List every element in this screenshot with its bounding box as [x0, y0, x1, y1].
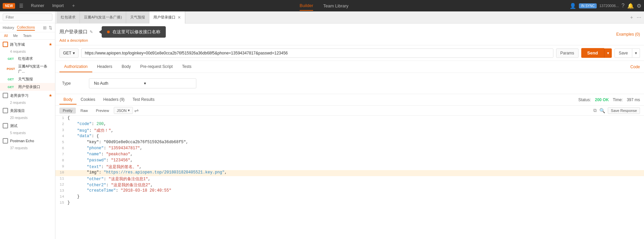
add-description-link[interactable]: Add a description [59, 38, 166, 42]
method-value: GET [63, 51, 71, 55]
add-collection-icon[interactable]: ⊞ [43, 25, 47, 30]
more-tabs-button[interactable]: ⋯ [637, 15, 641, 20]
tab-denglu[interactable]: 用户登录接口 ✕ [149, 11, 185, 24]
send-dropdown-button[interactable]: ▾ [604, 48, 612, 58]
copy-icon[interactable]: ⧉ [593, 108, 597, 113]
collections-tab[interactable]: Collections [17, 25, 35, 31]
preview-button[interactable]: Preview [93, 108, 112, 114]
line-number: 8 [55, 158, 67, 164]
search-input[interactable] [3, 13, 52, 21]
save-button[interactable]: Save [614, 48, 632, 58]
method-select[interactable]: GET ▾ [59, 48, 79, 58]
request-item-douban[interactable]: POST 豆瓣API(发送一条广... [0, 63, 55, 75]
user-circle-icon[interactable]: 👤 [569, 3, 576, 9]
resp-tab-headers[interactable]: Headers (9) [99, 95, 129, 105]
plus-icon-button[interactable]: ＋ [68, 1, 79, 10]
line-number: 7 [55, 152, 67, 158]
collection-item-lufeichengjie[interactable]: 路飞学城 ★ [0, 40, 55, 49]
add-tab-button[interactable]: ＋ [629, 14, 634, 21]
raw-button[interactable]: Raw [77, 108, 91, 114]
request-item-hongbaoshenqing[interactable]: GET 红包请求 [0, 55, 55, 63]
line-content: "img": "https://res.apiopen.top/20180318… [67, 170, 644, 176]
params-button[interactable]: Params [556, 48, 579, 58]
code-link[interactable]: Code [630, 65, 640, 69]
save-response-button[interactable]: Save Response [608, 107, 640, 114]
bell-icon[interactable]: 🔔 [627, 3, 634, 9]
tooltip-dot [107, 31, 110, 33]
line-content: "phone": "13594347817", [67, 146, 644, 152]
collection-item-postman-echo[interactable]: Postman Echo [0, 136, 55, 146]
builder-tab[interactable]: Builder [300, 1, 313, 11]
pretty-button[interactable]: Pretty [59, 108, 76, 114]
edit-icon[interactable]: ✎ [90, 30, 93, 34]
user-id: 13720006... [599, 4, 619, 8]
request-header: 用户登录接口 ✎ 在这里可以修改接口名称 Add a description E… [55, 24, 644, 45]
headers-tab[interactable]: Headers [92, 62, 117, 72]
code-line: 1{ [55, 116, 644, 122]
filter-me-button[interactable]: Me [12, 34, 19, 38]
request-item-denglu[interactable]: GET 用户登录接口 [0, 83, 55, 91]
method-dropdown-icon: ▾ [73, 51, 75, 55]
collection-item-laonanohai[interactable]: 老男孩学习 ★ [0, 91, 55, 100]
method-badge-get: GET [5, 77, 16, 81]
filter-team-button[interactable]: Team [22, 34, 33, 38]
team-library-tab[interactable]: Team Library [323, 1, 348, 10]
top-bar: NEW ☰ Runner Import ＋ Builder Team Libra… [0, 0, 644, 11]
new-button[interactable]: NEW [3, 3, 15, 9]
collection-item-meiguo[interactable]: 美国项目 [0, 106, 55, 115]
line-content: "key": "00d91e8e0cca2b76f515926a36db68f5… [67, 140, 644, 146]
sidebar-tabs: History Collections ⊞ ⇅ [0, 23, 55, 32]
tabs-bar: 红包请求 豆瓣API(发送一条广播) 天气预报 用户登录接口 ✕ ＋ ⋯ [55, 11, 644, 24]
line-content: } [67, 194, 644, 200]
endpoint-name-row: 用户登录接口 ✎ 在这里可以修改接口名称 [59, 26, 166, 38]
tab-tianqi[interactable]: 天气预报 [126, 11, 149, 24]
search-icon[interactable]: 🔍 [599, 108, 605, 113]
resp-actions: ⧉ 🔍 Save Response [593, 107, 640, 114]
settings-icon[interactable]: ⚙ [637, 3, 641, 9]
collection-name: 路飞学城 [10, 42, 47, 47]
tab-douban[interactable]: 豆瓣API(发送一条广播) [80, 11, 126, 24]
line-content: "code": 200, [67, 122, 644, 128]
line-content: "createTime": "2018-03-18 20:40:55" [67, 188, 644, 194]
collection-name: 老男孩学习 [10, 93, 47, 98]
line-content: "passwd": "123456", [67, 158, 644, 164]
request-item-tianqi[interactable]: GET 天气预报 [0, 75, 55, 83]
auth-tab[interactable]: Authorization [59, 62, 92, 72]
history-tab[interactable]: History [3, 25, 14, 30]
line-number: 9 [55, 164, 67, 170]
resp-tab-cookies[interactable]: Cookies [77, 95, 99, 105]
url-input[interactable] [81, 48, 553, 58]
examples-link[interactable]: Examples (0) [616, 32, 640, 37]
status-value: 200 OK [595, 97, 609, 102]
time-label: Time: [613, 97, 623, 102]
tests-tab[interactable]: Tests [177, 62, 196, 72]
code-line: 10 "img": "https://res.apiopen.top/20180… [55, 170, 644, 176]
request-name: 用户登录接口 [18, 84, 40, 89]
line-content: "msg": "成功！", [67, 128, 644, 134]
send-button[interactable]: Send [581, 48, 604, 58]
tab-close-icon[interactable]: ✕ [178, 15, 181, 20]
format-type-select[interactable]: JSON ▾ [114, 107, 133, 114]
method-badge-get: GET [5, 85, 16, 89]
tab-hongbao[interactable]: 红包请求 [57, 11, 80, 24]
body-tab[interactable]: Body [117, 62, 135, 72]
prerequest-tab[interactable]: Pre-request Script [136, 62, 178, 72]
wrap-icon[interactable]: ⇌ [134, 107, 139, 114]
help-icon[interactable]: ? [622, 3, 625, 9]
auth-section: Type No Auth ▾ [55, 73, 644, 94]
filter-all-button[interactable]: All [3, 34, 9, 38]
insync-badge: IN SYNC [579, 3, 597, 8]
sort-icon[interactable]: ⇅ [49, 25, 52, 30]
sidebar-filter-row: All Me Team [0, 32, 55, 40]
runner-button[interactable]: Runner [28, 2, 47, 9]
layout-icon-button[interactable]: ☰ [16, 2, 26, 10]
collection-meta: 20 requests [0, 115, 55, 121]
collection-item-ceshi[interactable]: 测试 [0, 121, 55, 130]
resp-tab-tests[interactable]: Test Results [129, 95, 158, 105]
save-dropdown-button[interactable]: ▾ [632, 48, 640, 58]
sidebar-list: 路飞学城 ★ 4 requests GET 红包请求 POST 豆瓣API(发送… [0, 40, 55, 239]
auth-type-select[interactable]: No Auth ▾ [89, 78, 196, 88]
import-button[interactable]: Import [49, 2, 67, 9]
resp-tab-body[interactable]: Body [59, 95, 77, 105]
collection-name: Postman Echo [10, 139, 52, 143]
